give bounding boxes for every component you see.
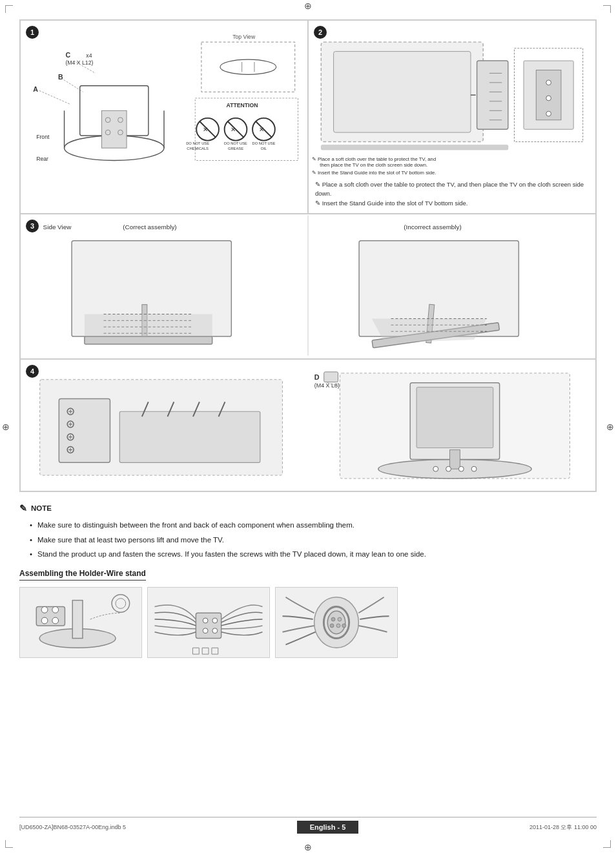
svg-point-118 [52,607,59,613]
corner-mark-tr [603,5,611,13]
page-content: 1 A B C x4 (M4 X L12) [19,19,597,834]
svg-point-21 [220,59,276,74]
svg-point-120 [52,617,59,624]
svg-text:✕: ✕ [203,126,208,133]
svg-point-132 [327,611,345,634]
svg-rect-19 [201,42,295,92]
svg-text:OIL: OIL [261,147,267,150]
holder-wire-svg-3 [276,588,397,657]
holder-wire-svg-2 [148,588,269,657]
step3-badge: 3 [26,220,39,232]
svg-text:(M4 X L12): (M4 X L12) [65,59,93,66]
holder-wire-img-3 [275,587,398,658]
note-header: ✎ NOTE [19,501,597,515]
reg-mark-right: ⊕ [606,422,615,431]
reg-mark-left: ⊕ [1,422,10,431]
svg-marker-79 [372,318,487,343]
svg-point-112 [471,466,477,471]
svg-text:x4: x4 [86,52,92,59]
svg-rect-99 [119,411,260,462]
reg-mark-bottom: ⊕ [303,843,313,852]
svg-rect-116 [36,607,65,626]
svg-rect-108 [450,449,460,469]
svg-text:Rear: Rear [36,156,48,162]
note-item-1: Make sure to distinguish between the fro… [30,519,597,531]
svg-rect-67 [85,336,212,344]
holder-wire-title: Assembling the Holder-Wire stand [19,569,146,581]
svg-rect-81 [324,372,338,382]
svg-text:CHEMICALS: CHEMICALS [187,147,209,150]
svg-text:then place the TV on the cloth: then place the TV on the cloth screen si… [320,162,427,168]
step1-cell: 1 A B C x4 (M4 X L12) [20,20,308,214]
svg-text:DO NOT USE: DO NOT USE [252,141,275,145]
step4-badge: 4 [26,365,39,378]
svg-point-134 [338,617,342,621]
svg-text:(M4 X L8): (M4 X L8) [314,382,340,388]
svg-text:✎ Insert the Stand Guide into : ✎ Insert the Stand Guide into the slot o… [312,170,436,176]
page-footer: [UD6500-ZA]BN68-03527A-00Eng.indb 5 Engl… [19,817,597,834]
step3-cell: 3 Side View (Correct assembly) (Incorrec… [20,214,596,359]
svg-rect-42 [334,52,471,132]
svg-text:(Incorrect assembly): (Incorrect assembly) [404,223,461,231]
step2-cell: 2 [308,20,596,214]
holder-wire-svg-1 [20,588,141,657]
svg-text:A: A [33,85,38,93]
footer-left: [UD6500-ZA]BN68-03527A-00Eng.indb 5 [19,824,126,830]
diagram-grid: 1 A B C x4 (M4 X L12) [19,19,597,492]
holder-wire-img-2 [147,587,270,658]
svg-rect-107 [416,387,493,447]
svg-text:B: B [58,73,63,81]
svg-point-117 [41,607,48,613]
svg-rect-72 [85,314,212,336]
svg-rect-12 [101,110,127,148]
svg-point-133 [331,617,335,621]
svg-point-137 [342,624,346,628]
footer-right: 2011-01-28 오후 11:00 00 [529,823,597,832]
svg-text:✕: ✕ [259,126,264,133]
holder-wire-section: Assembling the Holder-Wire stand [19,569,597,658]
svg-rect-86 [59,398,110,462]
step2-svg: ✎ Place a soft cloth over the table to p… [309,21,595,176]
corner-mark-br [603,840,611,848]
svg-point-57 [546,111,551,116]
svg-point-56 [546,96,551,101]
step3-svg: Side View (Correct assembly) (Incorrect … [21,214,595,356]
svg-text:Front: Front [36,134,50,140]
svg-text:D: D [314,373,320,381]
svg-point-126 [212,618,218,623]
svg-text:Side View: Side View [43,223,72,231]
svg-point-55 [546,80,551,85]
reg-mark-top: ⊕ [303,1,313,10]
notes-section: ✎ NOTE Make sure to distinguish between … [19,501,597,560]
notes-list: Make sure to distinguish between the fro… [19,519,597,560]
step1-svg: A B C x4 (M4 X L12) [21,21,307,176]
svg-point-109 [433,466,438,471]
svg-point-111 [458,466,464,471]
svg-point-128 [212,628,218,633]
svg-text:C: C [65,51,70,59]
svg-rect-124 [196,613,221,639]
svg-text:(Correct assembly): (Correct assembly) [123,223,176,231]
holder-wire-img-1 [19,587,142,658]
svg-point-110 [446,466,451,471]
corner-mark-bl [5,840,13,848]
svg-text:✕: ✕ [231,126,236,133]
step4-svg: D x4 (M4 X L8) [21,360,595,489]
svg-text:GREASE: GREASE [228,147,243,150]
svg-text:DO NOT USE: DO NOT USE [224,141,247,145]
note-item-2: Make sure that at least two persons lift… [30,534,597,546]
svg-text:Top View: Top View [232,34,256,40]
step1-badge: 1 [26,26,39,39]
footer-center: English - 5 [297,821,359,834]
step2-instructions: ✎ Place a soft cloth over the table to p… [309,178,595,213]
note-icon: ✎ [19,501,27,515]
svg-rect-115 [72,601,83,639]
svg-point-125 [203,618,208,623]
svg-rect-43 [477,61,508,129]
svg-point-136 [336,624,340,628]
svg-point-135 [330,624,334,628]
step4-cell: 4 D x4 (M4 X L8) [20,359,596,491]
svg-line-5 [39,90,70,104]
note-item-3: Stand the product up and fasten the scre… [30,548,597,560]
svg-text:ATTENTION: ATTENTION [227,102,258,108]
